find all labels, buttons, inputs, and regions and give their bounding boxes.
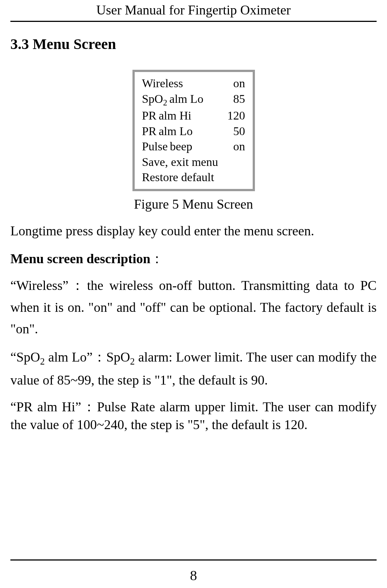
- description-heading: Menu screen description：: [10, 250, 377, 268]
- menu-value: 85: [227, 91, 245, 107]
- menu-row-spo2-lo: SpO2 alm Lo 85: [142, 91, 245, 108]
- menu-screen-box: Wireless on SpO2 alm Lo 85 PR alm Hi 120…: [132, 70, 255, 191]
- figure: Wireless on SpO2 alm Lo 85 PR alm Hi 120…: [10, 70, 377, 212]
- page: User Manual for Fingertip Oximeter 3.3 M…: [0, 0, 387, 588]
- figure-caption: Figure 5 Menu Screen: [10, 196, 377, 212]
- menu-label: PR: [142, 124, 157, 139]
- header-rule: [10, 21, 377, 22]
- description-heading-text: Menu screen description: [10, 251, 150, 266]
- menu-row-pr-lo: PR alm Lo 50: [142, 124, 245, 139]
- intro-paragraph: Longtime press display key could enter t…: [10, 220, 377, 242]
- menu-row-wireless: Wireless on: [142, 76, 245, 91]
- menu-row-restore-default: Restore default: [142, 170, 245, 185]
- menu-mid: beep: [168, 139, 227, 154]
- menu-label-text: SpO: [142, 92, 163, 105]
- page-number: 8: [0, 567, 387, 584]
- menu-mid: alm Lo: [167, 91, 227, 107]
- menu-value: on: [227, 139, 245, 154]
- fullwidth-colon: ：: [150, 251, 164, 266]
- menu-mid: alm Lo: [157, 124, 227, 139]
- menu-row-pr-hi: PR alm Hi 120: [142, 108, 245, 124]
- menu-label: Wireless: [142, 76, 183, 91]
- menu-row-save-exit: Save, exit menu: [142, 154, 245, 170]
- text-span: “SpO: [10, 350, 40, 365]
- text-span: alm Lo”：SpO: [45, 350, 130, 365]
- footer-rule: [10, 559, 377, 561]
- menu-value: on: [227, 76, 245, 91]
- subscript-2: 2: [40, 357, 45, 367]
- running-header: User Manual for Fingertip Oximeter: [10, 0, 377, 21]
- section-heading: 3.3 Menu Screen: [10, 35, 377, 53]
- menu-value: 120: [227, 108, 245, 124]
- menu-label: Pulse: [142, 139, 168, 154]
- menu-label: PR: [142, 108, 157, 124]
- menu-mid: alm Hi: [157, 108, 227, 124]
- menu-row-pulse-beep: Pulse beep on: [142, 139, 245, 154]
- spo2-lo-description: “SpO2 alm Lo”：SpO2 alarm: Lower limit. T…: [10, 346, 377, 391]
- menu-value: 50: [227, 124, 245, 139]
- menu-label: SpO2: [142, 91, 167, 108]
- subscript-2: 2: [163, 98, 167, 107]
- subscript-2: 2: [130, 357, 135, 367]
- pr-hi-description: “PR alm Hi”：Pulse Rate alarm upper limit…: [10, 398, 377, 434]
- wireless-description: “Wireless”：the wireless on-off button. T…: [10, 275, 377, 340]
